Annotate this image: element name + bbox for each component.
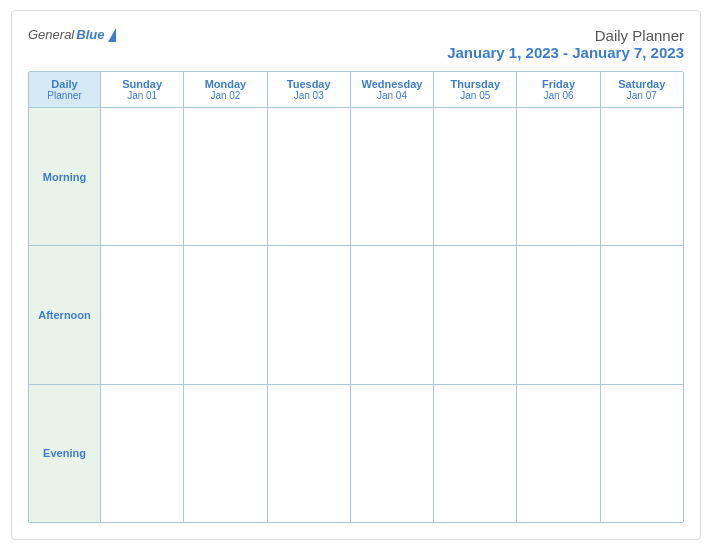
day-name-sunday: Sunday: [122, 78, 162, 90]
evening-cell-sat[interactable]: [601, 385, 683, 522]
afternoon-cell-wed[interactable]: [351, 246, 434, 383]
afternoon-cell-sun[interactable]: [101, 246, 184, 383]
day-date-friday: Jan 06: [544, 90, 574, 101]
day-date-wednesday: Jan 04: [377, 90, 407, 101]
morning-row: Morning: [29, 108, 683, 246]
day-date-saturday: Jan 07: [627, 90, 657, 101]
day-header-tuesday: Tuesday Jan 03: [268, 72, 351, 108]
afternoon-row: Afternoon: [29, 246, 683, 384]
day-header-monday: Monday Jan 02: [184, 72, 267, 108]
day-name-thursday: Thursday: [451, 78, 501, 90]
title-block: Daily Planner January 1, 2023 - January …: [447, 27, 684, 61]
label-planner: Planner: [47, 90, 81, 101]
day-header-sunday: Sunday Jan 01: [101, 72, 184, 108]
evening-row: Evening: [29, 385, 683, 522]
evening-cell-mon[interactable]: [184, 385, 267, 522]
logo-blue: Blue: [76, 27, 104, 42]
label-daily: Daily: [51, 78, 77, 90]
evening-cell-fri[interactable]: [517, 385, 600, 522]
morning-cell-thu[interactable]: [434, 108, 517, 245]
daily-planner-label: Daily Planner: [29, 72, 101, 108]
day-header-saturday: Saturday Jan 07: [601, 72, 683, 108]
morning-cell-fri[interactable]: [517, 108, 600, 245]
logo-triangle-icon: [108, 28, 116, 42]
day-name-saturday: Saturday: [618, 78, 665, 90]
day-name-tuesday: Tuesday: [287, 78, 331, 90]
evening-cell-sun[interactable]: [101, 385, 184, 522]
calendar-body: Morning Afternoon Evening: [29, 108, 683, 522]
page: General Blue Daily Planner January 1, 20…: [11, 10, 701, 540]
afternoon-label: Afternoon: [29, 246, 101, 383]
morning-cell-sat[interactable]: [601, 108, 683, 245]
afternoon-cell-tue[interactable]: [268, 246, 351, 383]
header: General Blue Daily Planner January 1, 20…: [28, 27, 684, 61]
logo-general: General: [28, 27, 74, 42]
day-header-friday: Friday Jan 06: [517, 72, 600, 108]
planner-dates: January 1, 2023 - January 7, 2023: [447, 44, 684, 61]
day-date-monday: Jan 02: [210, 90, 240, 101]
afternoon-cell-thu[interactable]: [434, 246, 517, 383]
day-name-friday: Friday: [542, 78, 575, 90]
morning-cell-tue[interactable]: [268, 108, 351, 245]
day-header-wednesday: Wednesday Jan 04: [351, 72, 434, 108]
morning-label: Morning: [29, 108, 101, 245]
evening-cell-thu[interactable]: [434, 385, 517, 522]
calendar: Daily Planner Sunday Jan 01 Monday Jan 0…: [28, 71, 684, 523]
day-name-wednesday: Wednesday: [362, 78, 423, 90]
day-name-monday: Monday: [205, 78, 247, 90]
day-date-tuesday: Jan 03: [294, 90, 324, 101]
planner-title: Daily Planner: [447, 27, 684, 44]
afternoon-cell-fri[interactable]: [517, 246, 600, 383]
afternoon-cell-sat[interactable]: [601, 246, 683, 383]
evening-cell-wed[interactable]: [351, 385, 434, 522]
afternoon-cell-mon[interactable]: [184, 246, 267, 383]
evening-label: Evening: [29, 385, 101, 522]
evening-cell-tue[interactable]: [268, 385, 351, 522]
logo: General Blue: [28, 27, 116, 42]
morning-cell-wed[interactable]: [351, 108, 434, 245]
morning-cell-sun[interactable]: [101, 108, 184, 245]
day-date-thursday: Jan 05: [460, 90, 490, 101]
day-header-thursday: Thursday Jan 05: [434, 72, 517, 108]
morning-cell-mon[interactable]: [184, 108, 267, 245]
calendar-header-row: Daily Planner Sunday Jan 01 Monday Jan 0…: [29, 72, 683, 108]
day-date-sunday: Jan 01: [127, 90, 157, 101]
